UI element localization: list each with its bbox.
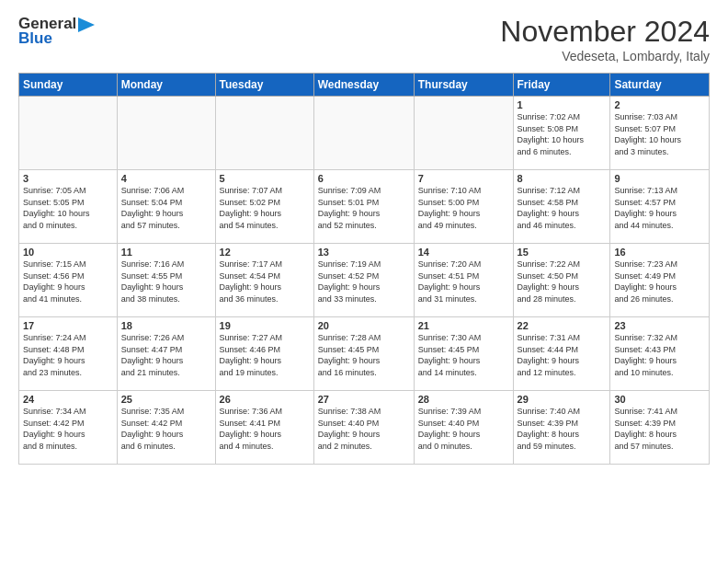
- day-info: Sunrise: 7:16 AM Sunset: 4:55 PM Dayligh…: [121, 259, 211, 304]
- day-info: Sunrise: 7:06 AM Sunset: 5:04 PM Dayligh…: [121, 185, 211, 231]
- day-info: Sunrise: 7:19 AM Sunset: 4:52 PM Dayligh…: [318, 259, 410, 304]
- logo-arrow-icon: [78, 17, 95, 32]
- calendar-day-cell: [414, 97, 513, 170]
- col-monday: Monday: [117, 74, 215, 97]
- svg-marker-0: [78, 17, 95, 32]
- day-number: 15: [518, 247, 607, 258]
- calendar-day-cell: [313, 97, 414, 170]
- calendar-day-cell: 16Sunrise: 7:23 AM Sunset: 4:49 PM Dayli…: [610, 244, 710, 317]
- calendar-week-row: 1Sunrise: 7:02 AM Sunset: 5:08 PM Daylig…: [19, 97, 710, 170]
- day-info: Sunrise: 7:03 AM Sunset: 5:07 PM Dayligh…: [614, 111, 705, 157]
- calendar-day-cell: 25Sunrise: 7:35 AM Sunset: 4:42 PM Dayli…: [117, 391, 215, 465]
- calendar-day-cell: 3Sunrise: 7:05 AM Sunset: 5:05 PM Daylig…: [19, 170, 118, 244]
- day-info: Sunrise: 7:10 AM Sunset: 5:00 PM Dayligh…: [418, 185, 509, 231]
- day-number: 20: [318, 320, 410, 331]
- day-number: 29: [518, 394, 607, 405]
- day-number: 2: [614, 99, 705, 110]
- calendar-day-cell: 27Sunrise: 7:38 AM Sunset: 4:40 PM Dayli…: [313, 391, 414, 465]
- day-info: Sunrise: 7:41 AM Sunset: 4:39 PM Dayligh…: [614, 406, 705, 452]
- calendar-day-cell: 8Sunrise: 7:12 AM Sunset: 4:58 PM Daylig…: [513, 170, 610, 244]
- day-number: 12: [220, 247, 310, 258]
- day-info: Sunrise: 7:13 AM Sunset: 4:57 PM Dayligh…: [614, 185, 705, 231]
- day-info: Sunrise: 7:27 AM Sunset: 4:46 PM Dayligh…: [220, 332, 310, 378]
- calendar-day-cell: 21Sunrise: 7:30 AM Sunset: 4:45 PM Dayli…: [414, 317, 513, 391]
- calendar-header-row: Sunday Monday Tuesday Wednesday Thursday…: [19, 74, 710, 97]
- calendar-day-cell: [19, 97, 118, 170]
- calendar-day-cell: 13Sunrise: 7:19 AM Sunset: 4:52 PM Dayli…: [313, 244, 414, 317]
- day-info: Sunrise: 7:07 AM Sunset: 5:02 PM Dayligh…: [220, 185, 310, 231]
- day-number: 22: [518, 320, 607, 331]
- calendar-day-cell: 17Sunrise: 7:24 AM Sunset: 4:48 PM Dayli…: [19, 317, 118, 391]
- title-section: November 2024 Vedeseta, Lombardy, Italy: [500, 15, 710, 63]
- calendar-day-cell: [215, 97, 313, 170]
- calendar-week-row: 3Sunrise: 7:05 AM Sunset: 5:05 PM Daylig…: [19, 170, 710, 244]
- calendar-day-cell: 4Sunrise: 7:06 AM Sunset: 5:04 PM Daylig…: [117, 170, 215, 244]
- day-info: Sunrise: 7:32 AM Sunset: 4:43 PM Dayligh…: [614, 332, 705, 378]
- calendar-week-row: 17Sunrise: 7:24 AM Sunset: 4:48 PM Dayli…: [19, 317, 710, 391]
- day-number: 25: [121, 394, 211, 405]
- calendar-day-cell: 29Sunrise: 7:40 AM Sunset: 4:39 PM Dayli…: [513, 391, 610, 465]
- day-number: 6: [318, 173, 410, 184]
- col-friday: Friday: [513, 74, 610, 97]
- day-number: 27: [318, 394, 410, 405]
- calendar-day-cell: 7Sunrise: 7:10 AM Sunset: 5:00 PM Daylig…: [414, 170, 513, 244]
- calendar-day-cell: 12Sunrise: 7:17 AM Sunset: 4:54 PM Dayli…: [215, 244, 313, 317]
- calendar-day-cell: 23Sunrise: 7:32 AM Sunset: 4:43 PM Dayli…: [610, 317, 710, 391]
- day-info: Sunrise: 7:20 AM Sunset: 4:51 PM Dayligh…: [418, 259, 509, 304]
- calendar-day-cell: 5Sunrise: 7:07 AM Sunset: 5:02 PM Daylig…: [215, 170, 313, 244]
- day-info: Sunrise: 7:09 AM Sunset: 5:01 PM Dayligh…: [318, 185, 410, 231]
- day-number: 19: [220, 320, 310, 331]
- calendar-day-cell: 28Sunrise: 7:39 AM Sunset: 4:40 PM Dayli…: [414, 391, 513, 465]
- day-info: Sunrise: 7:17 AM Sunset: 4:54 PM Dayligh…: [220, 259, 310, 304]
- day-number: 9: [614, 173, 705, 184]
- calendar-day-cell: 14Sunrise: 7:20 AM Sunset: 4:51 PM Dayli…: [414, 244, 513, 317]
- col-thursday: Thursday: [414, 74, 513, 97]
- day-number: 16: [614, 247, 705, 258]
- month-title: November 2024: [500, 15, 710, 49]
- calendar-table: Sunday Monday Tuesday Wednesday Thursday…: [18, 73, 710, 465]
- calendar-day-cell: 24Sunrise: 7:34 AM Sunset: 4:42 PM Dayli…: [19, 391, 118, 465]
- logo: General Blue: [18, 15, 95, 48]
- day-info: Sunrise: 7:24 AM Sunset: 4:48 PM Dayligh…: [23, 332, 113, 378]
- day-info: Sunrise: 7:36 AM Sunset: 4:41 PM Dayligh…: [220, 406, 310, 452]
- day-info: Sunrise: 7:23 AM Sunset: 4:49 PM Dayligh…: [614, 259, 705, 304]
- day-number: 14: [418, 247, 509, 258]
- day-info: Sunrise: 7:12 AM Sunset: 4:58 PM Dayligh…: [518, 185, 607, 231]
- day-info: Sunrise: 7:38 AM Sunset: 4:40 PM Dayligh…: [318, 406, 410, 452]
- day-number: 13: [318, 247, 410, 258]
- subtitle: Vedeseta, Lombardy, Italy: [500, 49, 710, 63]
- day-info: Sunrise: 7:30 AM Sunset: 4:45 PM Dayligh…: [418, 332, 509, 378]
- col-sunday: Sunday: [19, 74, 118, 97]
- day-number: 18: [121, 320, 211, 331]
- day-info: Sunrise: 7:28 AM Sunset: 4:45 PM Dayligh…: [318, 332, 410, 378]
- day-number: 10: [23, 247, 113, 258]
- day-info: Sunrise: 7:26 AM Sunset: 4:47 PM Dayligh…: [121, 332, 211, 378]
- col-wednesday: Wednesday: [313, 74, 414, 97]
- calendar-day-cell: 19Sunrise: 7:27 AM Sunset: 4:46 PM Dayli…: [215, 317, 313, 391]
- calendar-day-cell: 22Sunrise: 7:31 AM Sunset: 4:44 PM Dayli…: [513, 317, 610, 391]
- calendar-day-cell: 15Sunrise: 7:22 AM Sunset: 4:50 PM Dayli…: [513, 244, 610, 317]
- calendar-day-cell: 26Sunrise: 7:36 AM Sunset: 4:41 PM Dayli…: [215, 391, 313, 465]
- calendar-day-cell: [117, 97, 215, 170]
- day-info: Sunrise: 7:31 AM Sunset: 4:44 PM Dayligh…: [518, 332, 607, 378]
- calendar-day-cell: 6Sunrise: 7:09 AM Sunset: 5:01 PM Daylig…: [313, 170, 414, 244]
- calendar-day-cell: 10Sunrise: 7:15 AM Sunset: 4:56 PM Dayli…: [19, 244, 118, 317]
- day-number: 26: [220, 394, 310, 405]
- calendar-day-cell: 18Sunrise: 7:26 AM Sunset: 4:47 PM Dayli…: [117, 317, 215, 391]
- calendar-week-row: 24Sunrise: 7:34 AM Sunset: 4:42 PM Dayli…: [19, 391, 710, 465]
- day-number: 5: [220, 173, 310, 184]
- calendar-week-row: 10Sunrise: 7:15 AM Sunset: 4:56 PM Dayli…: [19, 244, 710, 317]
- day-info: Sunrise: 7:15 AM Sunset: 4:56 PM Dayligh…: [23, 259, 113, 304]
- calendar-day-cell: 2Sunrise: 7:03 AM Sunset: 5:07 PM Daylig…: [610, 97, 710, 170]
- logo-blue: Blue: [18, 29, 52, 48]
- day-info: Sunrise: 7:39 AM Sunset: 4:40 PM Dayligh…: [418, 406, 509, 452]
- day-number: 21: [418, 320, 509, 331]
- day-number: 17: [23, 320, 113, 331]
- calendar-day-cell: 20Sunrise: 7:28 AM Sunset: 4:45 PM Dayli…: [313, 317, 414, 391]
- day-info: Sunrise: 7:05 AM Sunset: 5:05 PM Dayligh…: [23, 185, 113, 231]
- day-number: 8: [518, 173, 607, 184]
- day-number: 7: [418, 173, 509, 184]
- day-number: 23: [614, 320, 705, 331]
- calendar-day-cell: 1Sunrise: 7:02 AM Sunset: 5:08 PM Daylig…: [513, 97, 610, 170]
- col-saturday: Saturday: [610, 74, 710, 97]
